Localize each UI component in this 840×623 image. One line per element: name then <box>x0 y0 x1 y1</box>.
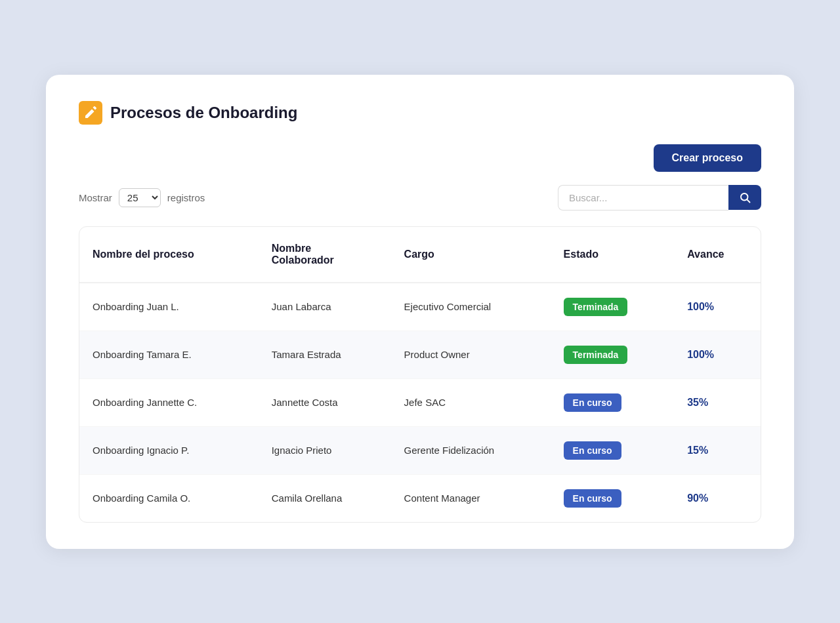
cell-cargo: Gerente Fidelización <box>391 426 551 474</box>
cell-colaborador: Juan Labarca <box>259 283 391 331</box>
status-badge: En curso <box>564 393 621 412</box>
page-header: Procesos de Onboarding <box>79 101 761 125</box>
top-actions: Crear proceso <box>79 144 761 172</box>
cell-proceso: Onboarding Ignacio P. <box>79 426 259 474</box>
status-badge: Terminada <box>564 298 628 316</box>
cell-colaborador: Jannette Costa <box>259 378 391 426</box>
cell-proceso: Onboarding Camila O. <box>79 474 259 522</box>
cell-proceso: Onboarding Tamara E. <box>79 331 259 378</box>
cell-estado: En curso <box>551 378 675 426</box>
avance-value: 15% <box>687 445 708 456</box>
cell-avance: 100% <box>674 331 761 378</box>
table-row[interactable]: Onboarding Ignacio P. Ignacio Prieto Ger… <box>79 426 761 474</box>
status-badge: En curso <box>564 441 621 460</box>
col-estado: Estado <box>551 227 675 283</box>
status-badge: En curso <box>564 489 621 508</box>
col-proceso: Nombre del proceso <box>79 227 259 283</box>
cell-avance: 90% <box>674 474 761 522</box>
show-records-control: Mostrar 10 25 50 100 registros <box>79 188 205 207</box>
search-icon <box>739 191 751 203</box>
cell-cargo: Product Owner <box>391 331 551 378</box>
cell-avance: 15% <box>674 426 761 474</box>
status-badge: Terminada <box>564 346 628 364</box>
search-container <box>558 185 761 211</box>
cell-cargo: Jefe SAC <box>391 378 551 426</box>
records-per-page-select[interactable]: 10 25 50 100 <box>119 188 161 207</box>
avance-value: 35% <box>687 397 708 408</box>
page-title: Procesos de Onboarding <box>110 104 297 122</box>
cell-proceso: Onboarding Juan L. <box>79 283 259 331</box>
avance-value: 100% <box>687 349 714 360</box>
table-row[interactable]: Onboarding Tamara E. Tamara Estrada Prod… <box>79 331 761 378</box>
cell-estado: En curso <box>551 474 675 522</box>
cell-estado: Terminada <box>551 283 675 331</box>
show-label: Mostrar <box>79 192 112 203</box>
table-header-row: Nombre del proceso NombreColaborador Car… <box>79 227 761 283</box>
table-row[interactable]: Onboarding Camila O. Camila Orellana Con… <box>79 474 761 522</box>
table-row[interactable]: Onboarding Jannette C. Jannette Costa Je… <box>79 378 761 426</box>
controls-row: Mostrar 10 25 50 100 registros <box>79 185 761 211</box>
search-input[interactable] <box>558 185 728 211</box>
search-button[interactable] <box>728 185 761 210</box>
cell-avance: 35% <box>674 378 761 426</box>
table-body: Onboarding Juan L. Juan Labarca Ejecutiv… <box>79 283 761 522</box>
records-label: registros <box>167 192 205 203</box>
table-container: Nombre del proceso NombreColaborador Car… <box>79 226 761 523</box>
avance-value: 100% <box>687 301 714 312</box>
col-colaborador: NombreColaborador <box>259 227 391 283</box>
svg-line-2 <box>747 199 749 202</box>
create-process-button[interactable]: Crear proceso <box>654 144 762 172</box>
table-head: Nombre del proceso NombreColaborador Car… <box>79 227 761 283</box>
cell-estado: Terminada <box>551 331 675 378</box>
cell-avance: 100% <box>674 283 761 331</box>
col-avance: Avance <box>674 227 761 283</box>
main-card: Procesos de Onboarding Crear proceso Mos… <box>46 75 794 549</box>
onboarding-table: Nombre del proceso NombreColaborador Car… <box>79 227 761 522</box>
cell-colaborador: Ignacio Prieto <box>259 426 391 474</box>
col-cargo: Cargo <box>391 227 551 283</box>
cell-cargo: Ejecutivo Comercial <box>391 283 551 331</box>
cell-proceso: Onboarding Jannette C. <box>79 378 259 426</box>
cell-estado: En curso <box>551 426 675 474</box>
avance-value: 90% <box>687 492 708 504</box>
cell-colaborador: Camila Orellana <box>259 474 391 522</box>
table-row[interactable]: Onboarding Juan L. Juan Labarca Ejecutiv… <box>79 283 761 331</box>
cell-cargo: Content Manager <box>391 474 551 522</box>
cell-colaborador: Tamara Estrada <box>259 331 391 378</box>
edit-icon <box>79 101 102 125</box>
